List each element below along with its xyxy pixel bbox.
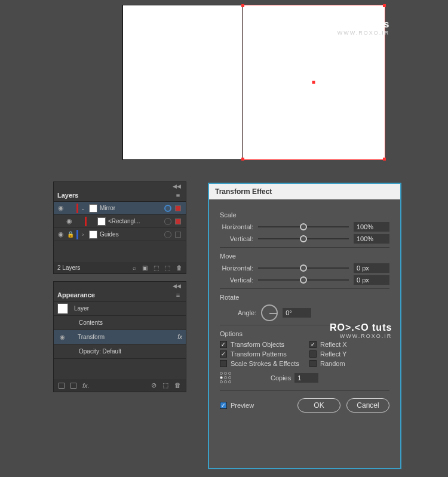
- watermark-brand: RO>.<O tuts: [327, 19, 389, 30]
- reflect-y-checkbox[interactable]: Reflect Y: [309, 350, 389, 358]
- expand-toggle-icon[interactable]: ›: [79, 232, 87, 238]
- scale-horizontal-label: Horizontal:: [220, 223, 258, 230]
- layer-count-label: 2 Layers: [57, 264, 80, 271]
- reflect-x-checkbox[interactable]: Reflect X: [309, 341, 389, 348]
- clear-appearance-icon[interactable]: ⊘: [151, 381, 157, 389]
- rotate-angle-label: Angle:: [238, 309, 256, 316]
- appearance-panel-title: Appearance: [57, 291, 95, 298]
- create-sublayer-icon[interactable]: ⬚: [154, 264, 159, 271]
- selection-handle-br[interactable]: [383, 158, 386, 161]
- move-vertical-slider[interactable]: [258, 276, 349, 284]
- copies-input[interactable]: [294, 373, 318, 383]
- panel-menu-icon[interactable]: ≡: [174, 192, 182, 199]
- layer-color-strip: [76, 204, 78, 213]
- expand-toggle-icon[interactable]: ⌄: [79, 205, 87, 211]
- move-horizontal-slider[interactable]: [258, 264, 349, 272]
- appearance-layer-label: Layer: [74, 305, 89, 312]
- selection-indicator[interactable]: [175, 232, 181, 238]
- layers-panel-title: Layers: [57, 192, 78, 199]
- random-checkbox[interactable]: Random: [309, 360, 389, 367]
- transform-patterns-checkbox[interactable]: Transform Patterns: [220, 350, 300, 358]
- scale-vertical-label: Vertical:: [220, 235, 258, 242]
- layer-color-strip: [76, 230, 78, 239]
- selection-handle-center[interactable]: [312, 81, 315, 84]
- appearance-transform-label[interactable]: Transform: [78, 334, 105, 340]
- selection-indicator[interactable]: [175, 205, 181, 211]
- watermark-brand: RO>.<O tuts: [330, 322, 392, 333]
- move-vertical-label: Vertical:: [220, 276, 258, 284]
- layer-name[interactable]: <Rectangl...: [108, 218, 163, 224]
- scale-horizontal-input[interactable]: [354, 222, 389, 232]
- layer-color-strip: [85, 217, 87, 226]
- visibility-toggle-icon[interactable]: ◉: [65, 217, 74, 225]
- appearance-opacity-label[interactable]: Opacity: Default: [79, 348, 121, 355]
- ok-button[interactable]: OK: [297, 398, 340, 413]
- move-section-label: Move: [220, 253, 389, 260]
- appearance-contents-row[interactable]: Contents: [54, 316, 186, 330]
- target-icon[interactable]: [164, 205, 171, 212]
- layers-panel-footer: 2 Layers ⌕ ▣ ⬚ ⬚ 🗑: [54, 262, 186, 273]
- lock-toggle-icon[interactable]: 🔒: [66, 231, 75, 238]
- visibility-toggle-icon[interactable]: ◉: [56, 230, 66, 238]
- appearance-transform-row[interactable]: ◉ Transform fx: [54, 330, 186, 344]
- scale-horizontal-slider[interactable]: [258, 223, 349, 231]
- scale-section-label: Scale: [220, 211, 389, 219]
- watermark: RO>.<O tuts WWW.ROXO.IR: [327, 19, 389, 36]
- layer-row-guides[interactable]: ◉ 🔒 › Guides: [54, 228, 186, 241]
- cancel-button[interactable]: Cancel: [346, 398, 389, 413]
- layer-name[interactable]: Guides: [100, 231, 163, 238]
- layers-panel: ◀◀ Layers ≡ ◉ ⌄ Mirror ◉ <Rectangl... ◉ …: [53, 181, 186, 274]
- delete-item-icon[interactable]: 🗑: [174, 381, 181, 389]
- appearance-opacity-row[interactable]: Opacity: Default: [54, 344, 186, 359]
- move-horizontal-label: Horizontal:: [220, 264, 258, 272]
- reference-point-grid[interactable]: [220, 372, 231, 383]
- transform-objects-checkbox[interactable]: Transform Objects: [220, 341, 300, 348]
- selection-handle-tr[interactable]: [383, 4, 386, 7]
- scale-vertical-input[interactable]: [354, 234, 389, 244]
- preview-checkbox[interactable]: Preview: [220, 402, 254, 409]
- appearance-panel: ◀◀ Appearance ≡ Layer Contents ◉ Transfo…: [53, 281, 186, 392]
- selection-handle-bl[interactable]: [241, 158, 244, 161]
- rotate-angle-input[interactable]: [283, 308, 311, 318]
- angle-dial[interactable]: [261, 304, 278, 321]
- visibility-toggle-icon[interactable]: ◉: [57, 334, 67, 340]
- scale-vertical-slider[interactable]: [258, 235, 349, 243]
- layer-row-rectangle[interactable]: ◉ <Rectangl...: [54, 215, 186, 228]
- layer-thumbnail: [97, 217, 106, 226]
- layer-thumbnail: [89, 230, 97, 239]
- selection-indicator[interactable]: [175, 219, 181, 224]
- layer-thumbnail: [89, 204, 97, 213]
- selection-handle-tl[interactable]: [241, 4, 244, 7]
- visibility-toggle-icon[interactable]: ◉: [56, 204, 66, 212]
- watermark: RO>.<O tuts WWW.ROXO.IR: [330, 322, 392, 339]
- panel-collapse-icon[interactable]: ◀◀: [54, 282, 186, 289]
- appearance-contents-label: Contents: [79, 319, 103, 326]
- make-clipping-mask-icon[interactable]: ▣: [142, 264, 148, 271]
- add-stroke-icon[interactable]: [59, 383, 65, 389]
- appearance-layer-row[interactable]: Layer: [54, 301, 186, 316]
- scale-strokes-checkbox[interactable]: Scale Strokes & Effects: [220, 360, 300, 367]
- panel-collapse-icon[interactable]: ◀◀: [54, 182, 186, 189]
- dialog-title: Transform Effect: [209, 184, 400, 199]
- rotate-section-label: Rotate: [220, 294, 389, 301]
- add-fill-icon[interactable]: [70, 383, 76, 389]
- watermark-url: WWW.ROXO.IR: [327, 30, 389, 36]
- layer-name[interactable]: Mirror: [100, 205, 163, 211]
- duplicate-item-icon[interactable]: ⬚: [162, 381, 168, 389]
- layer-swatch: [57, 303, 68, 314]
- move-vertical-input[interactable]: [354, 275, 389, 285]
- target-icon[interactable]: [164, 231, 171, 238]
- add-effect-icon[interactable]: fx.: [82, 382, 90, 389]
- new-layer-icon[interactable]: ⬚: [165, 264, 170, 271]
- target-icon[interactable]: [164, 218, 171, 225]
- panel-menu-icon[interactable]: ≡: [174, 291, 182, 298]
- watermark-url: WWW.ROXO.IR: [330, 333, 392, 339]
- fx-icon[interactable]: fx: [177, 334, 182, 340]
- appearance-panel-footer: fx. ⊘ ⬚ 🗑: [54, 379, 186, 392]
- delete-icon[interactable]: 🗑: [176, 264, 182, 271]
- locate-object-icon[interactable]: ⌕: [133, 264, 136, 271]
- move-horizontal-input[interactable]: [354, 263, 389, 273]
- layer-row-mirror[interactable]: ◉ ⌄ Mirror: [54, 202, 186, 215]
- copies-label: Copies: [271, 374, 291, 381]
